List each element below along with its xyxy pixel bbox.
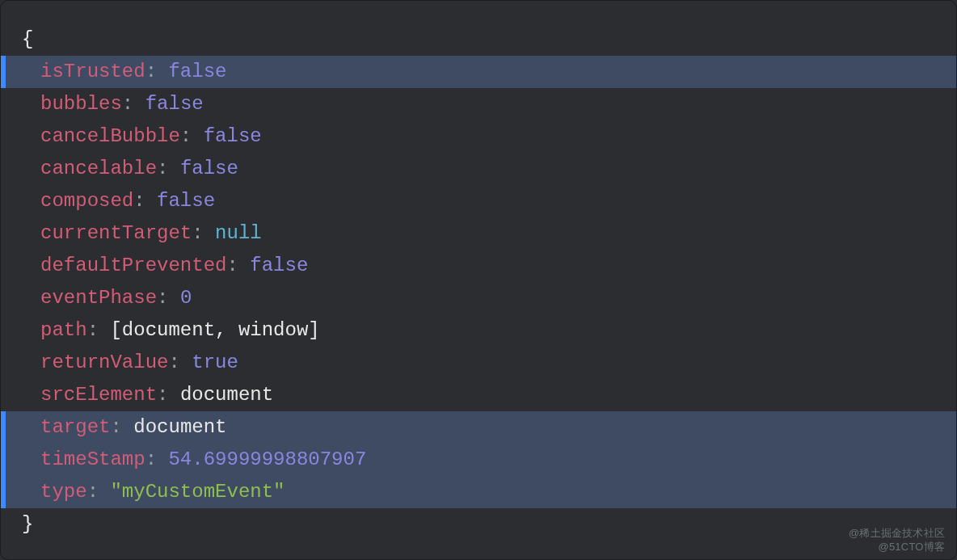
prop-key: currentTarget [40,217,192,250]
prop-value: false [180,153,238,185]
prop-key: eventPhase [40,282,157,314]
prop-key: type [40,476,87,508]
colon: : [133,185,157,217]
prop-key: returnValue [40,347,168,379]
prop-key: target [40,411,110,444]
brace-close: } [22,508,33,541]
prop-key: path [40,314,87,347]
colon: : [192,217,215,250]
prop-value: false [204,120,262,153]
code-line: path: [document, window] [1,314,956,347]
code-line: bubbles: false [1,88,956,120]
colon: : [180,120,204,153]
prop-value: true [192,347,238,379]
code-line: returnValue: true [1,347,956,379]
colon: : [226,250,250,282]
code-line-host: isTrusted: falsebubbles: falsecancelBubb… [1,56,956,508]
prop-value: document [180,379,273,411]
code-panel: { isTrusted: falsebubbles: falsecancelBu… [0,0,957,560]
prop-value: null [215,217,262,250]
array-separator: , [215,314,238,347]
prop-key: bubbles [40,88,122,120]
code-line: defaultPrevented: false [1,250,956,282]
array-item: document [122,314,215,347]
prop-key: composed [40,185,133,217]
colon: : [157,153,180,185]
colon: : [145,56,169,88]
prop-value: false [168,56,226,88]
prop-key: cancelBubble [40,120,180,153]
array-item: window [238,314,308,347]
code-line: isTrusted: false [1,56,956,88]
prop-key: cancelable [40,153,157,185]
prop-key: timeStamp [40,444,145,476]
prop-value: "myCustomEvent" [110,476,285,508]
prop-key: srcElement [40,379,157,411]
colon: : [145,444,169,476]
array-close-bracket-icon: ] [308,314,319,347]
code-line: target: document [1,411,956,444]
code-line: type: "myCustomEvent" [1,476,956,508]
prop-value: 0 [180,282,192,314]
array-open-bracket-icon: [ [110,314,121,347]
prop-value: false [250,250,308,282]
code-line: cancelBubble: false [1,120,956,153]
prop-value: document [133,411,226,444]
code-line: eventPhase: 0 [1,282,956,314]
brace-open: { [22,23,33,56]
prop-value: false [145,88,204,120]
code-line: composed: false [1,185,956,217]
prop-key: defaultPrevented [40,250,226,282]
code-line: timeStamp: 54.69999998807907 [1,444,956,476]
colon: : [122,88,145,120]
prop-value: 54.69999998807907 [168,444,366,476]
colon: : [87,476,111,508]
prop-value: false [157,185,215,217]
prop-key: isTrusted [40,56,145,88]
colon: : [110,411,133,444]
code-line: srcElement: document [1,379,956,411]
colon: : [157,379,180,411]
colon: : [157,282,180,314]
colon: : [87,314,111,347]
code-line: cancelable: false [1,153,956,185]
code-line: currentTarget: null [1,217,956,250]
code-line-open-brace: { [1,23,956,56]
code-line-close-brace: } [1,508,956,541]
watermark-line-2: @51CTO博客 [849,540,945,554]
colon: : [168,347,192,379]
